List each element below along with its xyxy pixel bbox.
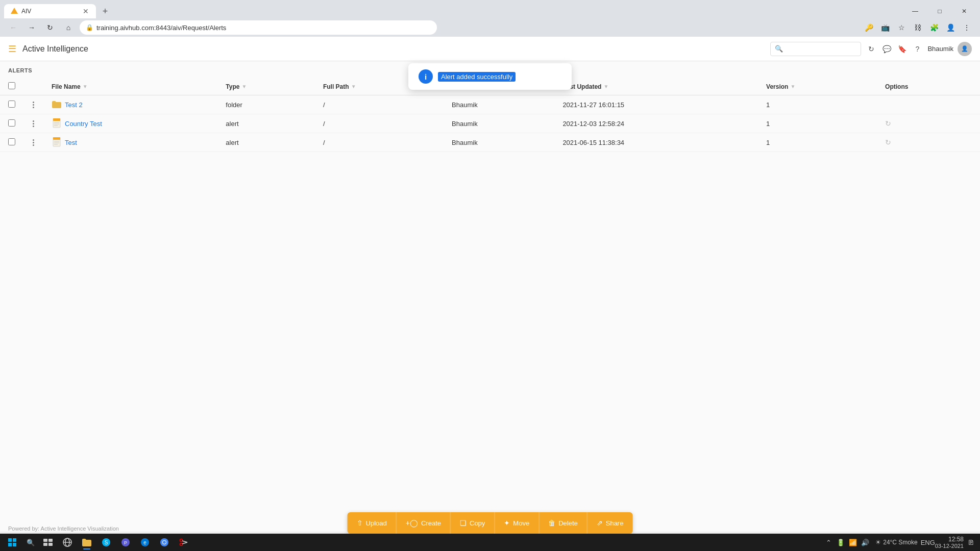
share-button[interactable]: ⇗ Share <box>587 512 633 534</box>
tray-chevron[interactable]: ⌃ <box>823 537 834 547</box>
history-icon[interactable]: ↻ <box>885 119 891 128</box>
file-type: folder <box>217 95 315 114</box>
row-context-menu-1[interactable] <box>32 119 35 128</box>
key-icon-btn[interactable]: 🔑 <box>862 20 876 35</box>
page-footer: Powered by: Active Intelligence Visualiz… <box>0 523 127 534</box>
address-input[interactable]: 🔒 training.aivhub.com:8443/aiv/Request/A… <box>80 20 437 35</box>
maximize-button[interactable]: □ <box>928 3 951 19</box>
fullpath-filter-icon[interactable]: ▼ <box>351 84 356 89</box>
table-row: Country Testalert/Bhaumik2021-12-03 12:5… <box>0 114 980 133</box>
svg-rect-13 <box>8 543 12 546</box>
active-tab[interactable]: AIV ✕ <box>4 4 96 18</box>
reload-button[interactable]: ↻ <box>43 20 57 35</box>
file-name-text[interactable]: Test 2 <box>65 101 83 109</box>
type-filter-icon[interactable]: ▼ <box>241 84 247 89</box>
svg-text:P: P <box>124 540 127 545</box>
svg-rect-17 <box>43 543 47 546</box>
tab-title: AIV <box>21 8 79 15</box>
row-checkbox-0[interactable] <box>8 101 15 108</box>
full-path: / <box>315 114 444 133</box>
header-right: 🔍 ↻ 💬 🔖 ? Bhaumik 👤 <box>770 42 972 56</box>
row-context-menu-2[interactable] <box>32 138 35 147</box>
row-checkbox-1[interactable] <box>8 119 15 127</box>
weather-text: 24°C Smoke <box>883 539 918 546</box>
clock-date: 03-12-2021 <box>935 543 964 549</box>
bottom-toolbar: ⇧ Upload +◯ Create ❏ Copy ✦ Move 🗑 Delet… <box>348 512 633 534</box>
taskbar-time: 12:58 03-12-2021 <box>935 536 964 549</box>
upload-label: Upload <box>366 519 387 527</box>
taskbar-scissors-icon[interactable] <box>175 535 193 549</box>
bookmark-star-button[interactable]: ☆ <box>894 20 909 35</box>
copy-button[interactable]: ❏ Copy <box>451 512 495 534</box>
taskbar-search-button[interactable]: 🔍 <box>23 535 38 549</box>
svg-text:S: S <box>105 540 108 545</box>
create-icon: +◯ <box>406 519 418 527</box>
file-name-text[interactable]: Country Test <box>65 120 102 128</box>
taskbar-task-view[interactable] <box>39 535 57 549</box>
owner: Bhaumik <box>444 133 554 152</box>
upload-button[interactable]: ⇧ Upload <box>348 512 397 534</box>
toast-info-icon: i <box>419 69 433 84</box>
notification-icon[interactable]: 🖹 <box>966 537 976 547</box>
menu-button[interactable]: ⋮ <box>960 20 974 35</box>
svg-text:e: e <box>143 540 146 545</box>
cast-button[interactable]: 📺 <box>878 20 892 35</box>
wifi-icon: 📶 <box>848 537 858 547</box>
back-button[interactable]: ← <box>6 20 20 35</box>
section-title: ALERTS <box>8 67 32 73</box>
file-name-text[interactable]: Test <box>65 139 77 146</box>
create-button[interactable]: +◯ Create <box>397 512 451 534</box>
minimize-button[interactable]: — <box>903 3 927 19</box>
delete-button[interactable]: 🗑 Delete <box>539 512 587 534</box>
owner: Bhaumik <box>444 95 554 114</box>
row-context-menu-0[interactable] <box>32 101 35 109</box>
svg-rect-18 <box>48 543 53 546</box>
taskbar-unknown1-icon[interactable]: P <box>116 535 135 549</box>
new-tab-button[interactable]: + <box>98 4 112 18</box>
svg-rect-15 <box>43 539 47 542</box>
toast-message: Alert added successfully <box>438 72 516 82</box>
taskbar-chrome-icon[interactable] <box>155 535 174 549</box>
puzzle-button[interactable]: 🧩 <box>927 20 941 35</box>
history-icon[interactable]: ↻ <box>885 138 891 146</box>
svg-rect-12 <box>13 538 16 542</box>
full-path: / <box>315 133 444 152</box>
file-type: alert <box>217 114 315 133</box>
share-label: Share <box>606 519 624 527</box>
search-input[interactable] <box>785 45 856 53</box>
forward-button[interactable]: → <box>24 20 39 35</box>
account-button[interactable]: 👤 <box>943 20 958 35</box>
taskbar-ie-icon[interactable] <box>58 535 77 549</box>
refresh-icon-btn[interactable]: ↻ <box>865 43 877 55</box>
table-row: Testalert/Bhaumik2021-06-15 11:38:341↻ <box>0 133 980 152</box>
home-button[interactable]: ⌂ <box>61 20 76 35</box>
row-checkbox-2[interactable] <box>8 138 15 145</box>
move-button[interactable]: ✦ Move <box>495 512 539 534</box>
user-name: Bhaumik <box>927 45 953 53</box>
close-button[interactable]: ✕ <box>952 3 976 19</box>
svg-line-33 <box>182 541 187 542</box>
options-col-label: Options <box>885 83 908 90</box>
lock-icon: 🔒 <box>86 24 93 31</box>
help-icon-btn[interactable]: ? <box>911 43 923 55</box>
tab-close-button[interactable]: ✕ <box>82 6 90 16</box>
taskbar-folder-icon[interactable] <box>78 535 96 549</box>
browser-chrome: AIV ✕ + — □ ✕ ← → ↻ ⌂ 🔒 training.aivhub.… <box>0 0 980 37</box>
comment-icon-btn[interactable]: 💬 <box>880 43 893 55</box>
svg-rect-14 <box>13 543 16 546</box>
lastupdated-filter-icon[interactable]: ▼ <box>603 84 608 89</box>
table-body: Test 2folder/Bhaumik2021-11-27 16:01:151… <box>0 95 980 152</box>
last-updated: 2021-06-15 11:38:34 <box>554 133 758 152</box>
extensions-button[interactable]: ⛓ <box>911 20 925 35</box>
taskbar-edge-icon[interactable]: e <box>136 535 154 549</box>
volume-icon[interactable]: 🔊 <box>860 537 870 547</box>
select-all-checkbox[interactable] <box>8 82 15 89</box>
start-button[interactable] <box>2 535 22 549</box>
filename-filter-icon[interactable]: ▼ <box>83 84 88 89</box>
taskbar-skype-icon[interactable]: S <box>97 535 115 549</box>
bookmark-icon-btn[interactable]: 🔖 <box>896 43 908 55</box>
version-filter-icon[interactable]: ▼ <box>790 84 795 89</box>
hamburger-menu[interactable]: ☰ <box>8 43 16 55</box>
options-cell: ↻ <box>877 114 980 133</box>
search-box[interactable]: 🔍 <box>770 42 861 56</box>
